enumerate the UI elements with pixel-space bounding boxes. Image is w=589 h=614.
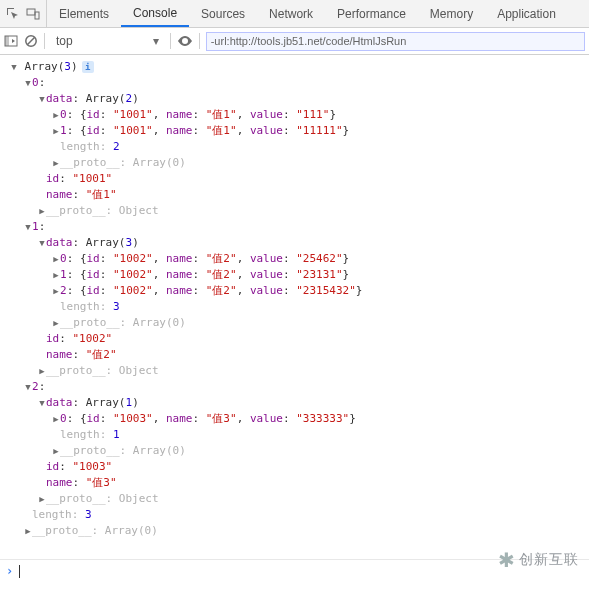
tree-node[interactable]: length: 1 [52,427,587,443]
expand-icon[interactable]: ▶ [52,315,60,331]
expand-icon[interactable]: ▶ [52,411,60,427]
tree-node[interactable]: ▶1: {id: "1001", name: "值1", value: "111… [52,123,587,139]
tree-node[interactable]: id: "1003" [38,459,587,475]
devtools-main-toolbar: ElementsConsoleSourcesNetworkPerformance… [0,0,589,28]
tree-node[interactable]: ▶2: {id: "1002", name: "值2", value: "231… [52,283,587,299]
svg-point-6 [183,40,186,43]
collapse-icon[interactable]: ▼ [10,59,18,75]
tab-sources[interactable]: Sources [189,0,257,27]
svg-rect-3 [5,36,9,46]
device-icon[interactable] [26,7,40,21]
tab-memory[interactable]: Memory [418,0,485,27]
tab-application[interactable]: Application [485,0,568,27]
eye-icon[interactable] [177,35,193,47]
tree-node[interactable]: ▼2: [24,379,587,395]
expand-icon[interactable]: ▶ [24,523,32,539]
text-cursor [19,565,20,578]
tree-node[interactable]: ▶__proto__: Array(0) [52,443,587,459]
clear-console-icon[interactable] [24,34,38,48]
tree-node[interactable]: ▼data: Array(2) [38,91,587,107]
tab-elements[interactable]: Elements [47,0,121,27]
expand-icon[interactable]: ▶ [52,155,60,171]
expand-icon[interactable]: ▶ [38,491,46,507]
tree-node[interactable]: ▶__proto__: Array(0) [52,315,587,331]
collapse-icon[interactable]: ▼ [38,91,46,107]
tree-node[interactable]: length: 2 [52,139,587,155]
tree-node[interactable]: ▼0: [24,75,587,91]
tree-node[interactable]: ▶__proto__: Object [38,491,587,507]
console-output: ▼ Array(3)i▼0:▼data: Array(2)▶0: {id: "1… [0,55,589,559]
svg-rect-1 [35,12,39,19]
console-subtoolbar: top ▾ [0,28,589,55]
expand-icon[interactable]: ▶ [52,267,60,283]
tree-node[interactable]: name: "值3" [38,475,587,491]
tree-node[interactable]: ▼data: Array(3) [38,235,587,251]
expand-icon[interactable]: ▶ [38,203,46,219]
tab-console[interactable]: Console [121,0,189,27]
collapse-icon[interactable]: ▼ [24,379,32,395]
tree-node[interactable]: ▼data: Array(1) [38,395,587,411]
info-badge[interactable]: i [82,61,94,73]
devtools-tabs: ElementsConsoleSourcesNetworkPerformance… [47,0,568,27]
collapse-icon[interactable]: ▼ [24,219,32,235]
toggle-sidebar-icon[interactable] [4,35,18,47]
expand-icon[interactable]: ▶ [52,107,60,123]
separator [170,33,171,49]
tree-node[interactable]: ▼ Array(3)i [10,59,587,75]
separator [199,33,200,49]
expand-icon[interactable]: ▶ [52,443,60,459]
tree-node[interactable]: ▼1: [24,219,587,235]
chevron-down-icon: ▾ [153,34,159,48]
collapse-icon[interactable]: ▼ [24,75,32,91]
tree-node[interactable]: ▶0: {id: "1003", name: "值3", value: "333… [52,411,587,427]
tab-network[interactable]: Network [257,0,325,27]
tree-node[interactable]: length: 3 [24,507,587,523]
expand-icon[interactable]: ▶ [52,251,60,267]
tree-node[interactable]: name: "值2" [38,347,587,363]
tree-node[interactable]: id: "1002" [38,331,587,347]
svg-line-5 [27,37,34,44]
tree-node[interactable]: ▶1: {id: "1002", name: "值2", value: "231… [52,267,587,283]
tree-node[interactable]: ▶0: {id: "1002", name: "值2", value: "254… [52,251,587,267]
tree-node[interactable]: name: "值1" [38,187,587,203]
tree-node[interactable]: length: 3 [52,299,587,315]
watermark-text: 创新互联 [519,551,579,569]
context-label: top [56,34,73,48]
inspect-icon[interactable] [6,7,20,21]
expand-icon[interactable]: ▶ [38,363,46,379]
separator [44,33,45,49]
tab-performance[interactable]: Performance [325,0,418,27]
collapse-icon[interactable]: ▼ [38,395,46,411]
tree-node[interactable]: ▶__proto__: Array(0) [52,155,587,171]
tree-node[interactable]: ▶0: {id: "1001", name: "值1", value: "111… [52,107,587,123]
filter-input[interactable] [206,32,585,51]
tree-node[interactable]: ▶__proto__: Object [38,363,587,379]
expand-icon[interactable]: ▶ [52,283,60,299]
svg-rect-0 [27,9,35,15]
context-selector[interactable]: top ▾ [51,32,164,50]
prompt-caret-icon: › [6,564,13,578]
tree-node[interactable]: id: "1001" [38,171,587,187]
tree-node[interactable]: ▶__proto__: Object [38,203,587,219]
collapse-icon[interactable]: ▼ [38,235,46,251]
tree-node[interactable]: ▶__proto__: Array(0) [24,523,587,539]
watermark: ✱ 创新互联 [498,548,579,572]
expand-icon[interactable]: ▶ [52,123,60,139]
toolbar-left-icons [0,0,47,27]
gear-icon: ✱ [498,548,515,572]
